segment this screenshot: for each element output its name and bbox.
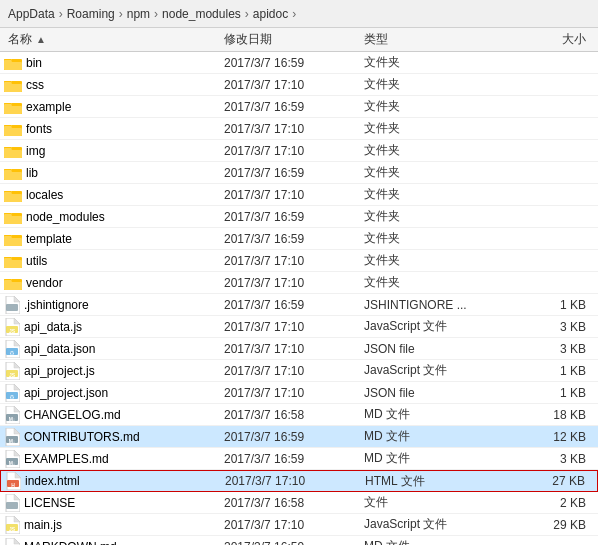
file-type-cell: JavaScript 文件 xyxy=(364,516,494,533)
folder-icon xyxy=(4,254,22,268)
sort-arrow-icon: ▲ xyxy=(36,34,46,45)
file-name-cell: {} api_project.json xyxy=(4,384,224,402)
table-row[interactable]: lib 2017/3/7 16:59 文件夹 xyxy=(0,162,598,184)
col-header-date[interactable]: 修改日期 xyxy=(224,31,364,48)
file-date-cell: 2017/3/7 17:10 xyxy=(224,188,364,202)
file-size-cell: 12 KB xyxy=(494,430,594,444)
table-row[interactable]: utils 2017/3/7 17:10 文件夹 xyxy=(0,250,598,272)
file-icon: M↓ xyxy=(4,428,20,446)
file-name-cell: img xyxy=(4,144,224,158)
breadcrumb-node-modules[interactable]: node_modules xyxy=(162,7,241,21)
table-row[interactable]: {} api_data.json 2017/3/7 17:10 JSON fil… xyxy=(0,338,598,360)
table-row[interactable]: css 2017/3/7 17:10 文件夹 xyxy=(0,74,598,96)
file-type-cell: 文件夹 xyxy=(364,142,494,159)
svg-text:JS: JS xyxy=(9,371,16,377)
file-date-cell: 2017/3/7 16:58 xyxy=(224,496,364,510)
file-date-cell: 2017/3/7 17:10 xyxy=(224,144,364,158)
file-date-cell: 2017/3/7 16:59 xyxy=(224,56,364,70)
table-row[interactable]: M↓ CHANGELOG.md 2017/3/7 16:58 MD 文件 18 … xyxy=(0,404,598,426)
file-size-cell: 3 KB xyxy=(494,452,594,466)
file-icon: JS xyxy=(4,318,20,336)
file-type-cell: 文件夹 xyxy=(364,54,494,71)
file-list: bin 2017/3/7 16:59 文件夹 css 2017/3/7 17:1… xyxy=(0,52,598,545)
svg-text:JS: JS xyxy=(9,327,16,333)
svg-text:M↓: M↓ xyxy=(9,459,16,465)
folder-icon xyxy=(4,144,22,158)
file-name-label: img xyxy=(26,144,45,158)
table-row[interactable]: img 2017/3/7 17:10 文件夹 xyxy=(0,140,598,162)
column-headers: 名称 ▲ 修改日期 类型 大小 xyxy=(0,28,598,52)
table-row[interactable]: M↓ MARKDOWN.md 2017/3/7 16:59 MD 文件 xyxy=(0,536,598,545)
file-name-label: api_data.js xyxy=(24,320,82,334)
table-row[interactable]: locales 2017/3/7 17:10 文件夹 xyxy=(0,184,598,206)
file-date-cell: 2017/3/7 16:59 xyxy=(224,166,364,180)
table-row[interactable]: bin 2017/3/7 16:59 文件夹 xyxy=(0,52,598,74)
file-type-cell: MD 文件 xyxy=(364,538,494,545)
table-row[interactable]: JS api_data.js 2017/3/7 17:10 JavaScript… xyxy=(0,316,598,338)
file-date-cell: 2017/3/7 16:59 xyxy=(224,210,364,224)
file-name-label: CHANGELOG.md xyxy=(24,408,121,422)
breadcrumb-sep-3: › xyxy=(154,7,158,21)
file-name-cell: JS api_project.js xyxy=(4,362,224,380)
svg-text:M↓: M↓ xyxy=(9,437,16,443)
table-row[interactable]: H index.html 2017/3/7 17:10 HTML 文件 27 K… xyxy=(0,470,598,492)
col-header-type[interactable]: 类型 xyxy=(364,31,494,48)
table-row[interactable]: template 2017/3/7 16:59 文件夹 xyxy=(0,228,598,250)
file-date-cell: 2017/3/7 17:10 xyxy=(224,122,364,136)
file-type-cell: 文件 xyxy=(364,494,494,511)
file-name-label: CONTRIBUTORS.md xyxy=(24,430,140,444)
file-name-cell: H index.html xyxy=(5,472,225,490)
breadcrumb-npm[interactable]: npm xyxy=(127,7,150,21)
breadcrumb-apidoc[interactable]: apidoc xyxy=(253,7,288,21)
file-name-label: api_data.json xyxy=(24,342,95,356)
file-icon: M↓ xyxy=(4,406,20,424)
file-icon: M↓ xyxy=(4,538,20,546)
file-size-cell: 27 KB xyxy=(495,474,593,488)
file-icon: JS xyxy=(4,362,20,380)
file-date-cell: 2017/3/7 17:10 xyxy=(224,342,364,356)
table-row[interactable]: M↓ CONTRIBUTORS.md 2017/3/7 16:59 MD 文件 … xyxy=(0,426,598,448)
file-date-cell: 2017/3/7 17:10 xyxy=(224,386,364,400)
file-type-cell: JavaScript 文件 xyxy=(364,318,494,335)
file-name-label: vendor xyxy=(26,276,63,290)
file-size-cell: 1 KB xyxy=(494,386,594,400)
table-row[interactable]: example 2017/3/7 16:59 文件夹 xyxy=(0,96,598,118)
file-type-cell: JSON file xyxy=(364,342,494,356)
file-name-label: index.html xyxy=(25,474,80,488)
file-icon: {} xyxy=(4,384,20,402)
file-type-cell: 文件夹 xyxy=(364,98,494,115)
breadcrumb-sep-5: › xyxy=(292,7,296,21)
table-row[interactable]: LICENSE 2017/3/7 16:58 文件 2 KB xyxy=(0,492,598,514)
breadcrumb-appdata[interactable]: AppData xyxy=(8,7,55,21)
table-row[interactable]: node_modules 2017/3/7 16:59 文件夹 xyxy=(0,206,598,228)
file-size-cell: 29 KB xyxy=(494,518,594,532)
file-name-cell: M↓ EXAMPLES.md xyxy=(4,450,224,468)
file-name-label: utils xyxy=(26,254,47,268)
folder-icon xyxy=(4,100,22,114)
table-row[interactable]: vendor 2017/3/7 17:10 文件夹 xyxy=(0,272,598,294)
file-date-cell: 2017/3/7 16:59 xyxy=(224,452,364,466)
file-date-cell: 2017/3/7 17:10 xyxy=(224,254,364,268)
file-date-cell: 2017/3/7 17:10 xyxy=(224,320,364,334)
file-name-cell: css xyxy=(4,78,224,92)
file-name-label: api_project.json xyxy=(24,386,108,400)
file-name-label: fonts xyxy=(26,122,52,136)
file-date-cell: 2017/3/7 17:10 xyxy=(224,276,364,290)
table-row[interactable]: JS api_project.js 2017/3/7 17:10 JavaScr… xyxy=(0,360,598,382)
file-name-cell: JS api_data.js xyxy=(4,318,224,336)
breadcrumb-roaming[interactable]: Roaming xyxy=(67,7,115,21)
file-size-cell: 3 KB xyxy=(494,320,594,334)
col-header-name[interactable]: 名称 ▲ xyxy=(4,31,224,48)
table-row[interactable]: {} api_project.json 2017/3/7 17:10 JSON … xyxy=(0,382,598,404)
table-row[interactable]: JS main.js 2017/3/7 17:10 JavaScript 文件 … xyxy=(0,514,598,536)
table-row[interactable]: fonts 2017/3/7 17:10 文件夹 xyxy=(0,118,598,140)
file-name-label: EXAMPLES.md xyxy=(24,452,109,466)
folder-icon xyxy=(4,56,22,70)
table-row[interactable]: M↓ EXAMPLES.md 2017/3/7 16:59 MD 文件 3 KB xyxy=(0,448,598,470)
col-header-size[interactable]: 大小 xyxy=(494,31,594,48)
file-size-cell: 18 KB xyxy=(494,408,594,422)
file-type-cell: 文件夹 xyxy=(364,274,494,291)
file-name-label: node_modules xyxy=(26,210,105,224)
table-row[interactable]: .jshintignore 2017/3/7 16:59 JSHINTIGNOR… xyxy=(0,294,598,316)
file-type-cell: JavaScript 文件 xyxy=(364,362,494,379)
